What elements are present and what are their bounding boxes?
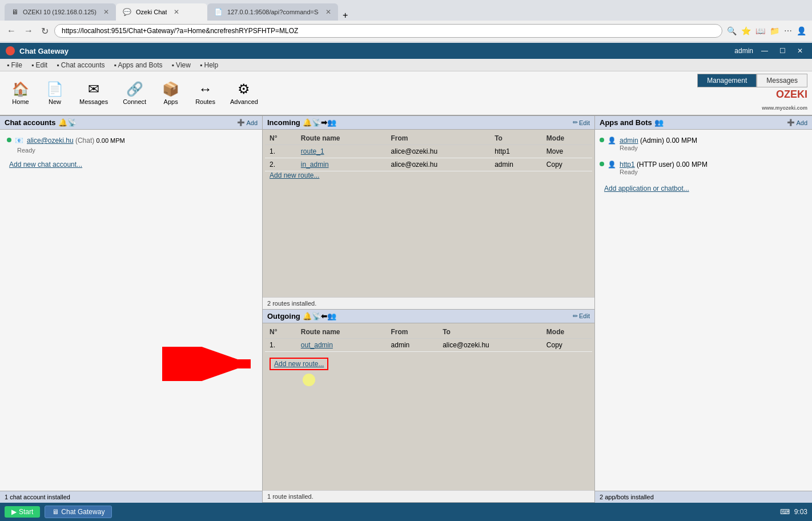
- new-icon: 📄: [46, 81, 63, 97]
- outgoing-title: Outgoing 🔔📡⬅👥: [267, 312, 336, 320]
- advanced-label: Advanced: [230, 98, 258, 105]
- outgoing-section: Outgoing 🔔📡⬅👥 ✏ Edit N° Route name: [263, 310, 594, 503]
- ozeki-logo: OZEKI www.myozeki.com: [762, 89, 807, 113]
- admin-icon: 👤: [608, 137, 616, 145]
- minimize-button[interactable]: —: [758, 46, 771, 56]
- account-email-link[interactable]: alice@ozeki.hu: [27, 137, 74, 145]
- apps-bots-icon: 👥: [654, 118, 664, 127]
- account-status-dot: [7, 138, 11, 142]
- browser-toolbar: ← → ↻ 🔍 ⭐ 📖 📁 ⋯ 👤: [0, 21, 812, 41]
- outgoing-table-area: N° Route name From To Mode 1. out_admin …: [263, 323, 594, 491]
- http1-type: HTTP user: [639, 161, 672, 169]
- admin-status-dot: [600, 138, 604, 142]
- start-icon: ▶: [11, 508, 17, 516]
- management-tab[interactable]: Management: [697, 74, 757, 87]
- route-name-link[interactable]: route_1: [301, 147, 324, 155]
- toolbar-connect-button[interactable]: 🔗 Connect: [116, 78, 152, 108]
- browser-tab-1[interactable]: 🖥 OZEKI 10 (192.168.0.125) ✕: [5, 3, 116, 21]
- table-row: 1. out_admin admin alice@ozeki.hu Copy: [265, 338, 592, 351]
- advanced-icon: ⚙: [238, 81, 250, 97]
- add-chat-account-link[interactable]: Add new chat account...: [9, 161, 82, 169]
- menu-apps-bots[interactable]: ▪ Apps and Bots: [110, 60, 167, 70]
- tab1-close[interactable]: ✕: [103, 8, 109, 16]
- collections-button[interactable]: 📁: [769, 25, 781, 37]
- menu-chat-accounts[interactable]: ▪ Chat accounts: [52, 60, 109, 70]
- messages-tab[interactable]: Messages: [757, 74, 807, 87]
- browser-tab-2[interactable]: 💬 Ozeki Chat ✕: [116, 3, 207, 21]
- apps-label: Apps: [164, 98, 178, 105]
- add-incoming-route-link[interactable]: Add new route...: [270, 171, 319, 179]
- chat-accounts-add[interactable]: ➕ Add: [237, 119, 258, 126]
- account-chat-icon: 📧: [15, 137, 23, 145]
- outgoing-edit[interactable]: ✏ Edit: [573, 312, 590, 320]
- address-bar[interactable]: [54, 24, 722, 38]
- bookmark-button[interactable]: ⭐: [740, 25, 752, 37]
- tab3-label: 127.0.0.1:9508/api?command=Se...: [227, 9, 319, 15]
- out-col-mode: Mode: [542, 326, 592, 339]
- status-icons: ⌨: [780, 508, 790, 516]
- more-button[interactable]: ⋯: [783, 25, 793, 37]
- profile-button[interactable]: 👤: [795, 25, 807, 37]
- routes-label: Routes: [195, 98, 215, 105]
- forward-button[interactable]: →: [22, 25, 35, 37]
- col-from: From: [387, 132, 491, 145]
- menu-file[interactable]: ▪ File: [2, 60, 27, 70]
- tab3-close[interactable]: ✕: [325, 8, 331, 16]
- out-col-route-name: Route name: [296, 326, 387, 339]
- apps-bots-count: 2 app/bots installed: [600, 494, 654, 500]
- account-mpm: 0.00 MPM: [97, 137, 125, 144]
- menu-view[interactable]: ▪ View: [167, 60, 195, 70]
- refresh-button[interactable]: ↻: [39, 25, 51, 38]
- http1-link[interactable]: http1: [620, 161, 635, 169]
- reader-button[interactable]: 📖: [754, 25, 766, 37]
- back-button[interactable]: ←: [5, 25, 18, 37]
- maximize-button[interactable]: ☐: [776, 46, 789, 56]
- toolbar-messages-button[interactable]: ✉ Messages: [73, 78, 114, 108]
- tab2-label: Ozeki Chat: [136, 9, 167, 15]
- account-item-alice: 📧 alice@ozeki.hu (Chat) 0.00 MPM: [5, 134, 258, 147]
- bot-item-admin: 👤 admin (Admin) 0.00 MPM Ready: [600, 134, 807, 154]
- account-details: alice@ozeki.hu (Chat) 0.00 MPM: [27, 137, 125, 145]
- table-row: 1. route_1 alice@ozeki.hu http1 Move: [265, 145, 592, 158]
- http1-status: Ready: [620, 169, 708, 175]
- toolbar-home-button[interactable]: 🏠 Home: [5, 78, 37, 108]
- tab1-favicon: 🖥: [11, 8, 18, 16]
- chat-accounts-header: Chat accounts 🔔📡 ➕ Add: [0, 116, 262, 130]
- app-title: Chat Gateway: [19, 47, 730, 55]
- outgoing-footer: 1 route installed.: [263, 490, 594, 502]
- menu-help[interactable]: ▪ Help: [195, 60, 223, 70]
- incoming-title: Incoming 🔔📡➡👥: [267, 118, 336, 127]
- out-col-to: To: [438, 326, 542, 339]
- toolbar-routes-button[interactable]: ↔ Routes: [189, 78, 222, 108]
- browser-tab-3[interactable]: 📄 127.0.0.1:9508/api?command=Se... ✕: [207, 3, 338, 21]
- browser-tabs: 🖥 OZEKI 10 (192.168.0.125) ✕ 💬 Ozeki Cha…: [0, 0, 812, 21]
- outgoing-header: Outgoing 🔔📡⬅👥 ✏ Edit: [263, 310, 594, 323]
- apps-bots-add[interactable]: ➕ Add: [787, 119, 807, 126]
- toolbar-new-button[interactable]: 📄 New: [39, 78, 71, 108]
- incoming-edit[interactable]: ✏ Edit: [573, 119, 590, 126]
- close-button[interactable]: ✕: [794, 46, 806, 56]
- tab2-close[interactable]: ✕: [174, 8, 179, 16]
- menu-edit[interactable]: ▪ Edit: [27, 60, 52, 70]
- admin-link[interactable]: admin: [620, 137, 638, 145]
- table-row: 2. in_admin alice@ozeki.hu admin Copy: [265, 158, 592, 171]
- col-n: N°: [265, 132, 296, 145]
- apps-bots-header: Apps and Bots 👥 ➕ Add: [595, 116, 812, 130]
- incoming-section: Incoming 🔔📡➡👥 ✏ Edit N° Route name: [263, 116, 594, 310]
- new-tab-button[interactable]: +: [338, 10, 352, 21]
- outgoing-edit-icon: ✏: [573, 312, 578, 320]
- toolbar-apps-button[interactable]: 📦 Apps: [155, 78, 187, 108]
- extensions-button[interactable]: 🔍: [726, 25, 738, 37]
- home-label: Home: [12, 98, 29, 105]
- out-route-name-link[interactable]: out_admin: [301, 341, 333, 349]
- add-chatbot-link[interactable]: Add application or chatbot...: [604, 185, 689, 193]
- app-titlebar: Chat Gateway admin — ☐ ✕: [0, 43, 812, 59]
- incoming-header: Incoming 🔔📡➡👥 ✏ Edit: [263, 116, 594, 130]
- add-outgoing-route-link[interactable]: Add new route...: [270, 358, 328, 370]
- gateway-button[interactable]: 🖥 Chat Gateway: [45, 506, 112, 518]
- start-button[interactable]: ▶ Start: [5, 506, 40, 518]
- toolbar-advanced-button[interactable]: ⚙ Advanced: [224, 78, 264, 108]
- apps-add-icon: ➕: [787, 119, 795, 126]
- incoming-table-area: N° Route name From To Mode 1. route_1 al…: [263, 130, 594, 297]
- route-name-link[interactable]: in_admin: [301, 161, 329, 169]
